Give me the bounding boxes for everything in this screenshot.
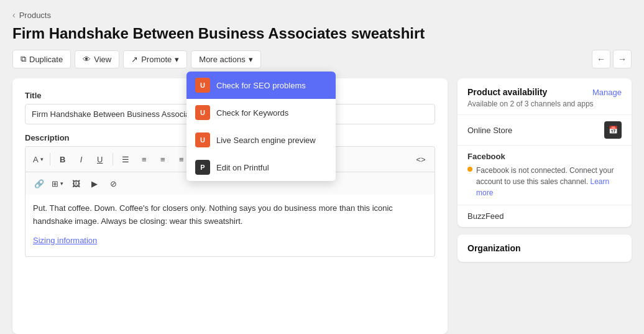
align-right-button[interactable]: ≡ bbox=[154, 151, 172, 168]
facebook-section: Facebook Facebook is not connected. Conn… bbox=[458, 145, 632, 205]
dropdown-menu: U Check for SEO problems U Check for Key… bbox=[186, 72, 336, 181]
view-button[interactable]: 👁 View bbox=[75, 50, 119, 68]
online-store-icon: 📅 bbox=[604, 121, 622, 139]
promote-button[interactable]: ↗ Promote ▾ bbox=[123, 50, 187, 68]
seo-label: Check for SEO problems bbox=[216, 81, 306, 90]
toolbar-sep-2 bbox=[113, 153, 113, 165]
font-size-button[interactable]: A ▾ bbox=[30, 151, 46, 168]
breadcrumb-link[interactable]: Products bbox=[19, 11, 51, 20]
online-store-label: Online Store bbox=[467, 126, 512, 135]
editor-content[interactable]: Put. That coffee. Down. Coffee's for clo… bbox=[25, 195, 435, 257]
toolbar: ⧉ Duplicate 👁 View ↗ Promote ▾ More acti… bbox=[12, 50, 632, 68]
duplicate-icon: ⧉ bbox=[21, 54, 26, 64]
dropdown-item-printful[interactable]: P Edit on Printful bbox=[186, 154, 336, 181]
link-button[interactable]: 🔗 bbox=[30, 175, 48, 192]
printful-label: Edit on Printful bbox=[216, 163, 269, 172]
view-label: View bbox=[94, 55, 111, 64]
more-actions-label: More actions bbox=[199, 55, 245, 64]
availability-header: Product availability Manage bbox=[458, 78, 632, 97]
dropdown-item-seo[interactable]: U Check for SEO problems bbox=[186, 72, 336, 99]
live-preview-icon: U bbox=[195, 132, 210, 147]
facebook-warning: Facebook is not connected. Connect your … bbox=[467, 165, 622, 198]
duplicate-label: Duplicate bbox=[29, 55, 63, 64]
online-store-row: Online Store 📅 bbox=[458, 114, 632, 145]
nav-next-button[interactable]: → bbox=[613, 50, 632, 68]
block-button[interactable]: ⊘ bbox=[104, 175, 122, 192]
buzzfeed-label: BuzzFeed bbox=[467, 211, 504, 221]
promote-chevron-icon: ▾ bbox=[175, 55, 179, 64]
source-button[interactable]: <> bbox=[412, 151, 430, 168]
bold-button[interactable]: B bbox=[54, 151, 71, 168]
nav-prev-button[interactable]: ← bbox=[592, 50, 610, 68]
view-icon: 👁 bbox=[83, 55, 91, 64]
organization-title: Organization bbox=[467, 243, 521, 253]
live-preview-label: Live Search engine preview bbox=[216, 136, 316, 145]
keywords-label: Check for Keywords bbox=[216, 108, 288, 118]
more-actions-button[interactable]: More actions ▾ bbox=[191, 50, 260, 68]
nav-buttons: ← → bbox=[592, 50, 632, 68]
availability-card: Product availability Manage Available on… bbox=[458, 78, 632, 227]
sizing-link[interactable]: Sizing information bbox=[33, 234, 97, 248]
underline-button[interactable]: U bbox=[91, 151, 109, 168]
dropdown-item-live-preview[interactable]: U Live Search engine preview bbox=[186, 126, 336, 154]
promote-label: Promote bbox=[141, 55, 172, 64]
seo-icon: U bbox=[195, 78, 210, 93]
table-button[interactable]: ⊞ ▾ bbox=[49, 175, 66, 192]
printful-icon: P bbox=[195, 160, 210, 175]
organization-card: Organization bbox=[458, 234, 632, 262]
right-panel: Product availability Manage Available on… bbox=[458, 78, 632, 334]
keywords-icon: U bbox=[195, 105, 210, 120]
warning-dot-icon bbox=[467, 167, 472, 172]
dropdown-item-keywords[interactable]: U Check for Keywords bbox=[186, 99, 336, 126]
availability-subtitle: Available on 2 of 3 channels and apps bbox=[458, 97, 632, 114]
body-text: Put. That coffee. Down. Coffee's for clo… bbox=[33, 202, 427, 228]
organization-header: Organization bbox=[458, 234, 632, 262]
availability-title: Product availability bbox=[467, 87, 547, 97]
page: ‹ Products Firm Handshake Between Busine… bbox=[0, 0, 644, 334]
page-title: Firm Handshake Between Business Associat… bbox=[12, 25, 632, 42]
manage-button[interactable]: Manage bbox=[592, 88, 622, 97]
promote-icon: ↗ bbox=[131, 55, 138, 64]
align-left-button[interactable]: ☰ bbox=[117, 151, 134, 168]
duplicate-button[interactable]: ⧉ Duplicate bbox=[12, 50, 71, 68]
breadcrumb: ‹ Products bbox=[12, 10, 632, 20]
video-button[interactable]: ▶ bbox=[86, 175, 103, 192]
toolbar-sep-1 bbox=[50, 153, 50, 165]
more-actions-chevron-icon: ▾ bbox=[249, 55, 253, 64]
buzzfeed-row: BuzzFeed bbox=[458, 205, 632, 227]
italic-button[interactable]: I bbox=[73, 151, 90, 168]
breadcrumb-arrow: ‹ bbox=[12, 10, 16, 20]
facebook-title: Facebook bbox=[467, 152, 622, 161]
align-center-button[interactable]: ≡ bbox=[136, 151, 153, 168]
image-button[interactable]: 🖼 bbox=[67, 175, 85, 192]
